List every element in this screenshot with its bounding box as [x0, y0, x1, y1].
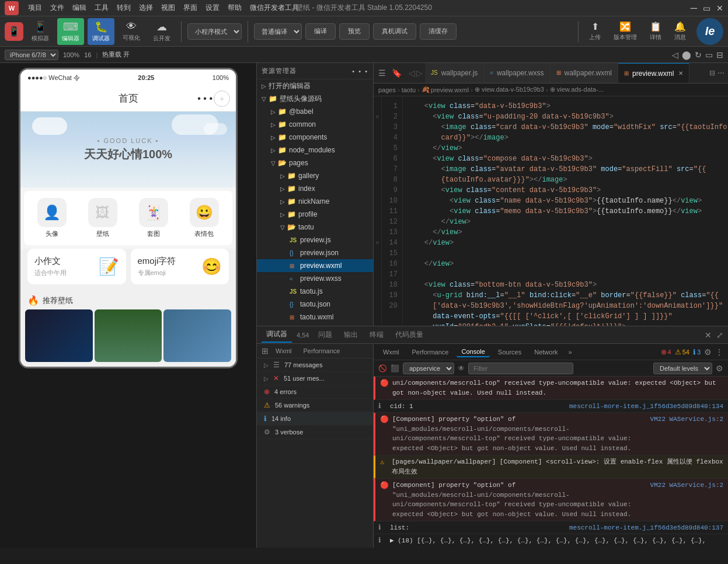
root-folder-item[interactable]: ▽ 📁 壁纸头像源码	[257, 92, 373, 105]
details-btn[interactable]: 📋 详情	[645, 19, 666, 44]
eye-icon[interactable]: 👁	[458, 364, 465, 372]
folder-components[interactable]: ▷ 📁 components	[257, 131, 373, 144]
special-item-emoji-char[interactable]: emoji字符 专属emoji 😊	[131, 249, 229, 284]
tab-close-btn[interactable]: ✕	[678, 70, 683, 76]
grid-item-emoji[interactable]: 😀 表情包	[180, 198, 228, 238]
filter-info[interactable]: ℹ 14 info	[257, 412, 373, 426]
expand-all-btn[interactable]: ⊞	[262, 346, 269, 356]
console-tab-wxml[interactable]: Wxml	[271, 346, 297, 356]
folder-gallery[interactable]: ▷ 📁 gallery	[257, 169, 373, 182]
menu-item-interface[interactable]: 界面	[180, 3, 201, 13]
back-button[interactable]: ◁	[672, 50, 678, 60]
grid-item-avatar[interactable]: 👤 头像	[29, 198, 76, 238]
filter-all-messages[interactable]: ▷ ☰ 77 messages	[257, 358, 373, 372]
console-extra-btn[interactable]: ⋮	[715, 347, 723, 357]
file-taotu-wxml[interactable]: ⊞ taotu.wxml	[257, 311, 373, 323]
filter-errors[interactable]: ⊗ 4 errors	[257, 385, 373, 399]
tab-preview-wxml[interactable]: ⊞ preview.wxml ✕	[618, 63, 689, 83]
folder-profile[interactable]: ▷ 📁 profile	[257, 208, 373, 221]
portrait-button[interactable]: ▭	[705, 50, 713, 60]
device-select[interactable]: iPhone 6/7/8	[5, 50, 58, 60]
grid-item-suit[interactable]: 🃏 套图	[130, 198, 177, 238]
debug-tab-quality[interactable]: 代码质量	[391, 328, 428, 342]
folder-common[interactable]: ▷ 📁 common	[257, 118, 373, 131]
folder-taotu[interactable]: ▽ 📂 taotu	[257, 221, 373, 234]
debug-close-btn[interactable]: ✕	[705, 330, 712, 340]
console-tab-sources-btn[interactable]: Sources	[493, 347, 526, 357]
tab-menu-icon[interactable]: ☰	[376, 68, 388, 78]
menu-item-wechat[interactable]: 微信开发者工具	[246, 3, 302, 13]
log-level-select[interactable]: Default levels	[653, 363, 712, 374]
minimize-button[interactable]: ─	[691, 3, 697, 13]
wallpaper-item-1[interactable]	[25, 309, 93, 362]
real-debug-button[interactable]: 真机调试	[373, 23, 416, 40]
folder-nickname[interactable]: ▷ 📁 nickName	[257, 195, 373, 208]
wallpaper-item-2[interactable]	[95, 309, 162, 362]
console-settings-gear[interactable]: ⚙	[716, 364, 723, 373]
console-link-cid[interactable]: mescroll-more-item.j_1f56d3e5d89d840:134	[569, 403, 723, 410]
menu-item-select[interactable]: 选择	[135, 3, 156, 13]
compile-button[interactable]: 编译	[305, 23, 336, 40]
version-mgr-btn[interactable]: 🔀 版本管理	[609, 19, 642, 44]
menu-item-goto[interactable]: 转到	[113, 3, 134, 13]
debug-tab-output[interactable]: 输出	[339, 328, 363, 342]
visual-btn[interactable]: 👁 可视化	[118, 18, 145, 44]
console-tab-performance-btn[interactable]: Performance	[407, 347, 454, 357]
compile-select[interactable]: 普通编译	[254, 23, 302, 40]
folder-index[interactable]: ▷ 📁 index	[257, 182, 373, 195]
debugger-btn[interactable]: 🐛 调试器	[88, 18, 114, 45]
console-tab-network-btn[interactable]: Network	[530, 347, 562, 357]
editor-btn[interactable]: ⌨ 编辑器	[57, 18, 84, 45]
filter-verbose[interactable]: ⚙ 3 verbose	[257, 426, 373, 439]
console-filter-input[interactable]	[468, 363, 573, 374]
file-preview-json[interactable]: {} preview.json	[257, 246, 373, 259]
hot-reload[interactable]: 热重载 开	[102, 50, 130, 59]
menu-item-view[interactable]: 视图	[158, 3, 179, 13]
open-editors-item[interactable]: ▷ 打开的编辑器	[257, 79, 373, 92]
debug-tab-terminal[interactable]: 终端	[365, 328, 388, 342]
menu-item-project[interactable]: 项目	[25, 3, 46, 13]
filter-user-messages[interactable]: ▷ ✕ 51 user mes...	[257, 372, 373, 385]
clear-storage-button[interactable]: 清缓存	[420, 23, 457, 40]
console-link-list[interactable]: mescroll-more-item.j_1f56d3e5d89d840:137	[569, 524, 723, 531]
filter-warnings[interactable]: ⚠ 56 warnings	[257, 399, 373, 412]
file-taotu-json[interactable]: {} taotu.json	[257, 298, 373, 311]
debug-tab-debugger[interactable]: 调试器	[262, 327, 292, 343]
mode-select[interactable]: 小程序模式	[187, 23, 242, 40]
tab-wallpaper-wxss[interactable]: ≈ wallpaper.wxss	[484, 63, 550, 83]
tab-wallpaper-js[interactable]: JS wallpaper.js	[425, 63, 484, 83]
preview-button[interactable]: 预览	[339, 23, 370, 40]
nav-more-dots[interactable]: • • •	[197, 93, 213, 104]
menu-item-file[interactable]: 文件	[47, 3, 68, 13]
folder-babel[interactable]: ▷ 📁 @babel	[257, 105, 373, 118]
app-context-select[interactable]: appservice	[403, 363, 454, 374]
refresh-button[interactable]: ↻	[695, 50, 702, 60]
simulator-btn[interactable]: 📱 模拟器	[27, 18, 54, 45]
file-preview-js[interactable]: JS preview.js	[257, 234, 373, 246]
upload-btn[interactable]: ⬆ 上传	[584, 19, 605, 44]
console-tab-more-btn[interactable]: »	[566, 347, 574, 357]
menu-item-tools[interactable]: 工具	[91, 3, 112, 13]
console-clear-btn[interactable]: 🚫	[378, 364, 387, 372]
menu-item-edit[interactable]: 编辑	[69, 3, 90, 13]
menu-item-help[interactable]: 帮助	[224, 3, 245, 13]
cloud-btn[interactable]: ☁ 云开发	[148, 18, 175, 45]
debug-tab-issues[interactable]: 问题	[314, 328, 337, 342]
ie-icon[interactable]: Ie	[696, 18, 723, 45]
file-preview-wxss[interactable]: ≈ preview.wxss	[257, 272, 373, 285]
nav-forward-arrow[interactable]: ▷	[416, 68, 423, 78]
grid-item-wallpaper[interactable]: 🖼 壁纸	[79, 198, 127, 238]
layout-button[interactable]: ⊟	[716, 50, 723, 60]
close-button[interactable]: ✕	[716, 4, 723, 13]
console-tab-performance[interactable]: Performance	[299, 346, 345, 356]
special-item-article[interactable]: 小作文 适合中午用 📝	[27, 249, 126, 284]
console-pause-btn[interactable]: ⬛	[391, 364, 399, 372]
maximize-button[interactable]: ▭	[703, 4, 710, 13]
tab-bookmark-icon[interactable]: 🔖	[389, 68, 404, 78]
nav-action-btn[interactable]: +	[214, 90, 230, 107]
console-link-2[interactable]: VM22 WAService.js:2	[650, 415, 723, 424]
folder-node-modules[interactable]: ▷ 📁 node_modules	[257, 144, 373, 156]
console-tab-wxml-btn[interactable]: Wxml	[378, 347, 404, 357]
tab-wallpaper-wxml[interactable]: ⊞ wallpaper.wxml	[551, 63, 618, 83]
console-tab-console-btn[interactable]: Console	[457, 347, 489, 357]
